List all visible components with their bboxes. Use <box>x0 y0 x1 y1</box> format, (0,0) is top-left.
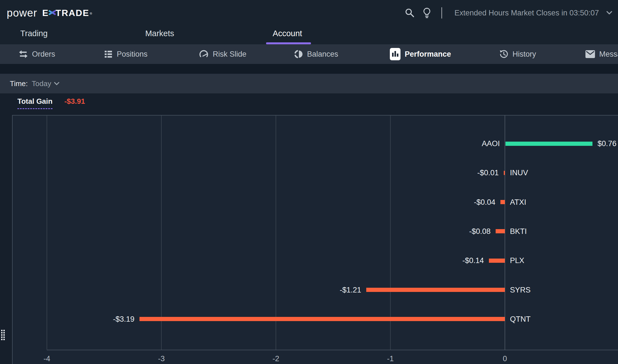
x-tick-label--1: -1 <box>387 354 394 363</box>
bar-value-qtnt: -$3.19 <box>113 315 134 323</box>
logo-brand-text: E TRADE ® <box>42 8 93 18</box>
history-clock-icon <box>499 49 509 59</box>
bar-value-inuv: -$0.01 <box>477 169 499 177</box>
logo-registered-mark: ® <box>90 12 93 15</box>
subnav-item-messages[interactable]: Messages <box>585 44 618 64</box>
subnav-item-positions[interactable]: Positions <box>104 44 148 64</box>
logo-brand-trade: TRADE <box>56 8 89 18</box>
total-gain-label[interactable]: Total Gain <box>17 97 52 109</box>
logo-brand-e: E <box>42 8 49 18</box>
time-filter-chevron-down-icon <box>54 82 59 86</box>
subnav-item-orders[interactable]: Orders <box>19 44 55 64</box>
bar-ticker-plx: PLX <box>510 256 524 265</box>
tab-markets[interactable]: Markets <box>145 29 174 38</box>
tab-account[interactable]: Account <box>273 29 302 38</box>
lightbulb-icon[interactable] <box>422 7 432 19</box>
logo-power-text: power <box>7 7 37 19</box>
gridline--1 <box>390 116 391 350</box>
messages-envelope-icon <box>585 50 595 58</box>
bar-value-bkti: -$0.08 <box>469 227 491 236</box>
x-tick-label--2: -2 <box>273 354 279 363</box>
subnav-item-label: Balances <box>307 50 338 59</box>
gridline--2 <box>276 116 276 350</box>
gridline--3 <box>161 116 162 350</box>
bar-ticker-qtnt: QTNT <box>510 315 531 323</box>
total-gain-summary: Total Gain -$3.91 <box>17 97 85 109</box>
balances-pie-icon <box>294 50 303 59</box>
time-filter-label: Time: <box>10 79 28 88</box>
search-icon[interactable] <box>404 8 415 18</box>
bar-plx[interactable] <box>489 259 505 263</box>
subnav-item-balances[interactable]: Balances <box>294 44 338 64</box>
subnav-item-label: Orders <box>32 50 55 59</box>
power-etrade-app: power E TRADE ® <box>0 0 618 364</box>
bar-ticker-aaoi: AAOI <box>482 139 500 148</box>
time-filter-value: Today <box>32 79 51 88</box>
gridline--4 <box>47 116 47 350</box>
subnav-item-label: Messages <box>599 50 618 59</box>
account-subnav: Orders Positions Risk Slide Balance <box>0 44 618 64</box>
bar-ticker-syrs: SYRS <box>510 286 531 294</box>
x-axis-line <box>47 350 618 350</box>
x-tick-label-0: 0 <box>503 354 507 363</box>
risk-gauge-icon <box>199 49 209 59</box>
bar-inuv[interactable] <box>504 171 505 175</box>
bar-ticker-bkti: BKTI <box>510 227 527 236</box>
topbar-right-cluster: Extended Hours Market Closes in 03:50:07 <box>404 0 612 26</box>
header: power E TRADE ® <box>0 0 618 44</box>
active-tab-underline <box>266 42 311 44</box>
subnav-item-label: Risk Slide <box>213 50 246 59</box>
x-tick-label--3: -3 <box>158 354 165 363</box>
bar-ticker-atxi: ATXI <box>510 198 526 206</box>
tab-trading[interactable]: Trading <box>20 29 47 38</box>
panel-drag-handle[interactable] <box>1 330 5 340</box>
bar-bkti[interactable] <box>496 229 505 233</box>
bar-atxi[interactable] <box>500 200 505 204</box>
etrade-star-icon <box>48 9 56 17</box>
section-divider-strip <box>0 64 618 74</box>
total-gain-value: -$3.91 <box>64 97 85 106</box>
time-filter-dropdown[interactable]: Today <box>32 79 59 88</box>
chart-plot-area: -4-3-2-10AAOI$0.76INUV-$0.01ATXI-$0.04BK… <box>13 116 618 364</box>
positions-list-icon <box>104 50 113 59</box>
market-status-text: Extended Hours Market Closes in 03:50:07 <box>454 9 599 17</box>
performance-bar-chart: -4-3-2-10AAOI$0.76INUV-$0.01ATXI-$0.04BK… <box>12 115 618 364</box>
bar-value-aaoi: $0.76 <box>598 139 617 148</box>
subnav-item-risk-slide[interactable]: Risk Slide <box>199 44 246 64</box>
subnav-item-label: History <box>512 50 536 59</box>
bar-value-atxi: -$0.04 <box>474 198 495 206</box>
bar-aaoi[interactable] <box>505 142 592 146</box>
bar-qtnt[interactable] <box>139 317 505 321</box>
x-tick-label--4: -4 <box>44 354 50 363</box>
bar-syrs[interactable] <box>366 288 505 292</box>
time-filter-bar: Time: Today <box>0 74 618 93</box>
subnav-item-history[interactable]: History <box>499 44 536 64</box>
orders-swap-icon <box>19 49 28 59</box>
topbar-divider <box>441 7 442 19</box>
bar-ticker-inuv: INUV <box>510 169 528 177</box>
performance-chart-icon <box>390 48 401 61</box>
market-status-chevron-down-icon[interactable] <box>606 11 612 15</box>
bar-value-syrs: -$1.21 <box>340 286 361 294</box>
subnav-item-performance[interactable]: Performance <box>390 44 451 64</box>
subnav-item-label: Positions <box>117 50 148 59</box>
power-etrade-logo: power E TRADE ® <box>7 0 93 26</box>
bar-value-plx: -$0.14 <box>462 256 484 265</box>
subnav-item-label: Performance <box>405 50 451 59</box>
